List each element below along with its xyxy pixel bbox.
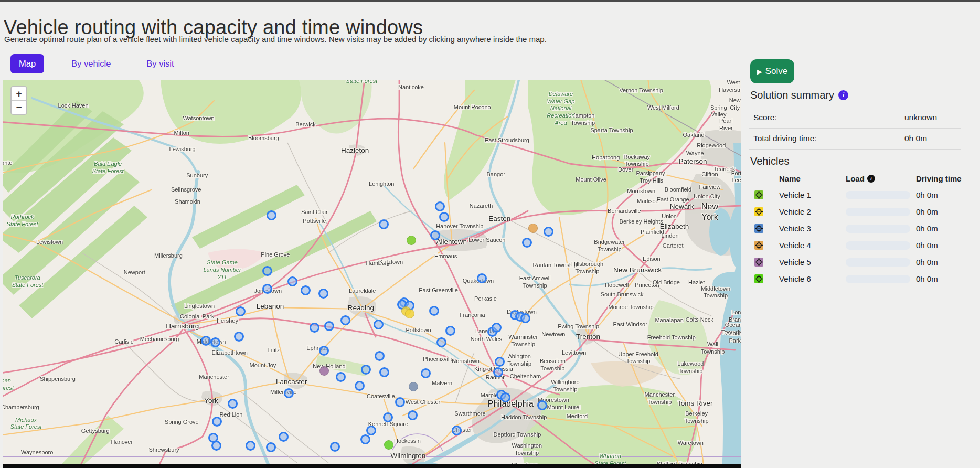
visit-marker[interactable]: [439, 212, 449, 222]
visit-marker[interactable]: [355, 381, 365, 391]
solution-summary-heading: Solution summary i: [750, 89, 848, 101]
visit-marker[interactable]: [336, 372, 346, 382]
visit-marker[interactable]: [544, 227, 553, 237]
visit-marker[interactable]: [408, 410, 418, 420]
visit-marker[interactable]: [301, 285, 311, 295]
vehicle-name: Vehicle 5: [779, 258, 811, 267]
visit-marker[interactable]: [236, 306, 246, 316]
vehicles-title: Vehicles: [750, 155, 790, 167]
visit-marker[interactable]: [522, 238, 532, 248]
visit-marker[interactable]: [537, 400, 547, 410]
solve-button-label: Solve: [765, 66, 788, 77]
page-subtitle: Generate optimal route plan of a vehicle…: [4, 35, 547, 44]
visit-marker[interactable]: [266, 442, 276, 452]
vehicle-row: Vehicle 5 0h 0m: [749, 254, 964, 271]
visit-marker[interactable]: [395, 397, 405, 407]
visit-marker[interactable]: [246, 441, 255, 451]
vehicle-home-marker[interactable]: [528, 224, 538, 233]
visit-marker[interactable]: [500, 392, 510, 402]
map-zoom-control: + −: [10, 86, 27, 115]
visit-marker[interactable]: [279, 432, 289, 442]
visit-marker[interactable]: [375, 351, 385, 361]
tab-map[interactable]: Map: [10, 54, 44, 73]
total-driving-time-label: Total driving time:: [753, 134, 817, 143]
vehicle-name: Vehicle 6: [779, 274, 811, 283]
visit-marker[interactable]: [435, 201, 445, 211]
visit-marker[interactable]: [310, 323, 319, 333]
zoom-out-button[interactable]: −: [12, 101, 26, 114]
vehicle-row: Vehicle 1 0h 0m: [749, 187, 964, 204]
vehicle-home-marker[interactable]: [319, 366, 329, 376]
visit-marker[interactable]: [430, 230, 440, 240]
tab-bar: Map By vehicle By visit: [10, 54, 183, 73]
vehicle-home-marker[interactable]: [384, 440, 393, 450]
total-driving-time-value: 0h 0m: [904, 134, 927, 143]
solve-button[interactable]: ▶Solve: [750, 59, 794, 83]
vehicle-load-bar: [846, 241, 910, 250]
tab-by-vehicle[interactable]: By vehicle: [63, 54, 119, 73]
visit-marker[interactable]: [429, 306, 439, 316]
vehicle-driving-time: 0h 0m: [916, 224, 938, 233]
visit-marker[interactable]: [284, 388, 294, 398]
visit-marker[interactable]: [452, 426, 462, 435]
visit-marker[interactable]: [379, 219, 389, 229]
visit-marker[interactable]: [319, 346, 329, 356]
visit-marker[interactable]: [201, 336, 211, 346]
vehicle-crosshair-icon: [754, 224, 763, 233]
visit-marker[interactable]: [228, 399, 238, 409]
visit-marker[interactable]: [477, 273, 487, 283]
col-driving-time: Driving time: [916, 174, 962, 183]
visit-marker[interactable]: [436, 337, 446, 347]
vehicle-driving-time: 0h 0m: [916, 207, 938, 216]
tab-by-visit[interactable]: By visit: [138, 54, 182, 73]
zoom-in-button[interactable]: +: [12, 87, 26, 101]
vehicle-load-bar: [846, 208, 910, 216]
visit-marker[interactable]: [330, 442, 340, 452]
visit-marker[interactable]: [383, 412, 393, 422]
score-value: unknown: [904, 113, 937, 122]
vehicle-driving-time: 0h 0m: [916, 241, 938, 250]
vehicle-home-marker[interactable]: [405, 309, 414, 318]
map-canvas[interactable]: Lock HavenWatsontownMiltonLewisburgBloom…: [3, 80, 741, 468]
info-icon[interactable]: i: [838, 90, 848, 100]
visit-marker[interactable]: [421, 368, 431, 378]
solution-summary-title: Solution summary: [750, 89, 834, 101]
play-icon: ▶: [757, 68, 762, 75]
visit-marker[interactable]: [262, 266, 272, 276]
vehicle-load-bar: [846, 275, 910, 283]
visit-marker[interactable]: [374, 320, 384, 329]
vehicle-driving-time: 0h 0m: [916, 258, 938, 267]
visit-marker[interactable]: [211, 441, 221, 451]
score-label: Score:: [753, 113, 777, 122]
load-info-icon[interactable]: i: [867, 175, 875, 183]
visit-marker[interactable]: [366, 426, 376, 435]
vehicles-heading: Vehicles: [750, 155, 790, 167]
visit-marker[interactable]: [267, 210, 276, 220]
visit-marker[interactable]: [212, 417, 222, 427]
map-bottom-bar: [3, 464, 741, 468]
vehicle-crosshair-icon: [754, 274, 763, 283]
vehicle-home-marker[interactable]: [407, 236, 416, 245]
vehicle-load-bar: [846, 258, 910, 267]
vehicle-home-marker[interactable]: [409, 382, 418, 391]
visit-marker[interactable]: [287, 276, 297, 286]
score-row: Score: unknown: [749, 107, 961, 129]
visit-marker[interactable]: [492, 323, 502, 333]
visit-marker[interactable]: [324, 321, 334, 331]
visit-marker[interactable]: [210, 337, 220, 347]
visit-marker[interactable]: [360, 434, 370, 444]
visit-marker[interactable]: [262, 284, 272, 294]
visit-marker[interactable]: [234, 332, 244, 342]
vehicle-name: Vehicle 2: [779, 207, 811, 216]
visit-marker[interactable]: [340, 315, 350, 325]
visit-marker[interactable]: [445, 326, 455, 336]
visit-marker[interactable]: [520, 313, 530, 323]
vehicle-row: Vehicle 6 0h 0m: [749, 271, 964, 288]
visit-marker[interactable]: [318, 289, 328, 299]
visit-marker[interactable]: [361, 365, 371, 375]
visit-marker[interactable]: [493, 367, 503, 377]
visit-marker[interactable]: [379, 367, 389, 377]
vehicle-driving-time: 0h 0m: [916, 190, 938, 199]
vehicle-name: Vehicle 1: [779, 190, 811, 199]
visit-marker[interactable]: [495, 357, 505, 367]
